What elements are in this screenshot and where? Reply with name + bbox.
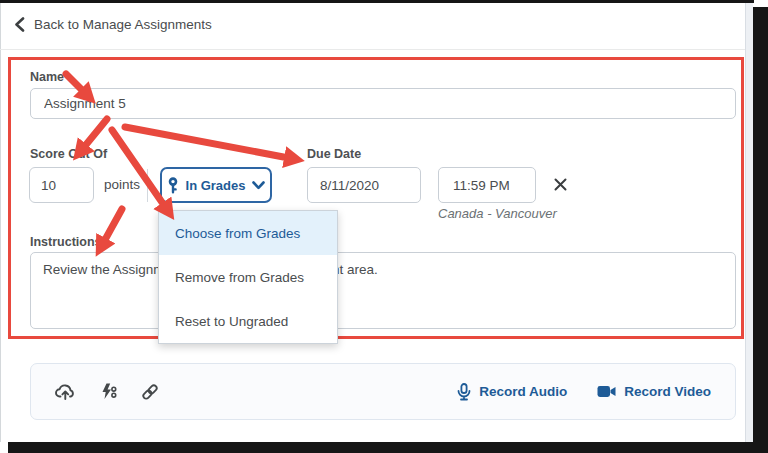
- record-video-button[interactable]: Record Video: [597, 384, 711, 399]
- frame-shadow-bottom: [8, 442, 768, 453]
- in-grades-dropdown-button[interactable]: In Grades: [160, 167, 272, 203]
- in-grades-label: In Grades: [186, 178, 246, 193]
- menu-item-remove-from-grades[interactable]: Remove from Grades: [159, 255, 337, 299]
- menu-item-reset-to-ungraded[interactable]: Reset to Ungraded: [159, 299, 337, 343]
- header-divider: [0, 49, 745, 50]
- chevron-down-icon: [252, 181, 265, 190]
- video-camera-icon: [597, 385, 616, 398]
- due-date-label: Due Date: [307, 147, 361, 161]
- record-audio-button[interactable]: Record Audio: [457, 383, 567, 401]
- microphone-icon: [457, 383, 471, 401]
- record-audio-label: Record Audio: [479, 384, 567, 399]
- back-to-manage-assignments-link[interactable]: Back to Manage Assignments: [14, 17, 212, 32]
- quicklink-button[interactable]: [141, 383, 159, 401]
- record-video-label: Record Video: [624, 384, 711, 399]
- clear-due-date-button[interactable]: [549, 173, 571, 195]
- instructions-label: Instructions: [30, 235, 102, 249]
- frame-left-edge: [0, 3, 1, 442]
- quicklink-icon: [141, 383, 159, 401]
- instructions-textarea[interactable]: Review the Assignment instructions in th…: [30, 252, 736, 329]
- key-icon: [167, 177, 179, 194]
- back-link-label: Back to Manage Assignments: [34, 17, 212, 32]
- scrollbar-track[interactable]: [745, 3, 753, 442]
- record-buttons-group: Record Audio Record Video: [457, 383, 711, 401]
- score-input[interactable]: [29, 167, 94, 203]
- attachment-icons-group: [55, 383, 159, 401]
- name-input[interactable]: [30, 88, 736, 119]
- grades-dropdown-menu: Choose from Grades Remove from Grades Re…: [158, 210, 338, 344]
- upload-icon: [55, 383, 76, 400]
- due-date-input[interactable]: [307, 167, 421, 203]
- menu-item-choose-from-grades[interactable]: Choose from Grades: [159, 211, 337, 255]
- insert-stuff-button[interactable]: [100, 383, 117, 400]
- points-unit-label: points: [104, 177, 140, 192]
- chevron-left-icon: [14, 17, 25, 32]
- name-field-label: Name*: [30, 70, 69, 84]
- timezone-label: Canada - Vancouver: [438, 206, 557, 221]
- close-icon: [553, 177, 568, 192]
- frame-shadow-right: [752, 7, 768, 453]
- score-out-of-label: Score Out Of: [30, 147, 107, 161]
- vertical-divider: [147, 169, 148, 202]
- frame-shadow-top: [0, 0, 754, 3]
- insert-stuff-icon: [100, 383, 117, 400]
- due-time-input[interactable]: [438, 167, 536, 203]
- attachments-toolbar: Record Audio Record Video: [30, 363, 736, 420]
- upload-file-button[interactable]: [55, 383, 76, 400]
